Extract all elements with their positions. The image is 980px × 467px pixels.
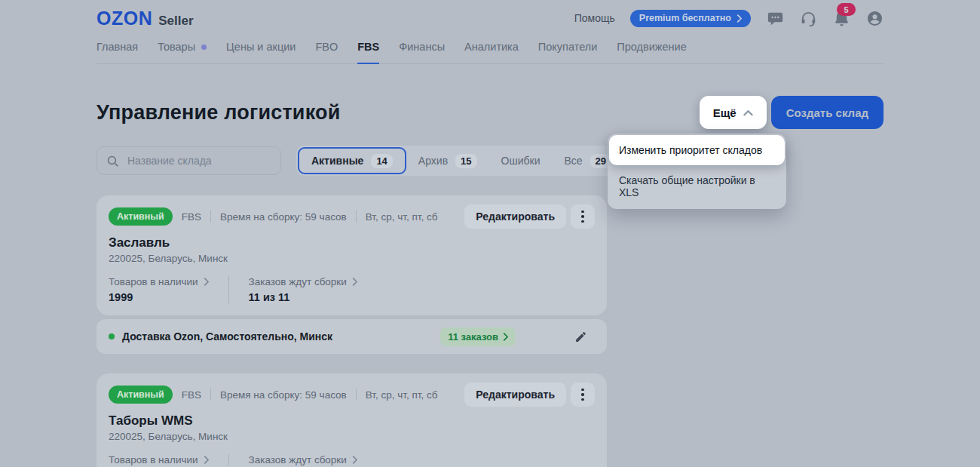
ozon-seller-logo[interactable]: OZON Seller <box>96 8 194 29</box>
profile-icon[interactable] <box>865 9 884 27</box>
status-badge: Активный <box>109 386 173 404</box>
chevron-right-icon <box>352 278 357 286</box>
premium-label: Premium бесплатно <box>639 13 731 23</box>
bell-icon[interactable]: 5 <box>832 9 850 27</box>
chevron-right-icon <box>204 456 209 464</box>
delivery-method-label: Доставка Ozon, Самостоятельно, Минск <box>122 330 440 343</box>
edit-button[interactable]: Редактировать <box>464 204 566 229</box>
warehouse-card-zaslavl: Активный FBS Время на сборку: 59 часов В… <box>96 195 607 315</box>
filter-tab-errors[interactable]: Ошибки <box>489 147 553 174</box>
premium-button[interactable]: Premium бесплатно <box>630 10 751 27</box>
warehouse-name: Таборы WMS <box>109 413 595 429</box>
ozon-seller-page: OZON Seller Помощь Premium бесплатно 5 <box>0 0 980 467</box>
active-status-dot <box>109 333 115 339</box>
stat-value: 1999 <box>109 291 209 303</box>
search-input[interactable] <box>126 154 271 167</box>
nav-item-fbs-active[interactable]: FBS <box>357 41 379 64</box>
scheme-label: FBS <box>182 211 201 223</box>
menu-item-download-xls[interactable]: Скачать общие настройки в XLS <box>609 165 785 207</box>
divider <box>210 210 211 223</box>
ozon-logo-text: OZON <box>96 8 152 29</box>
chevron-right-icon <box>352 456 357 464</box>
search-icon <box>106 155 119 167</box>
more-dropdown-menu: Изменить приоритет складов Скачать общие… <box>608 134 786 209</box>
stat-value: 11 из 11 <box>249 291 357 303</box>
main-nav: Главная Товары Цены и акции FBO FBS Фина… <box>96 41 884 64</box>
warehouse-address: 220025, Беларусь, Минск <box>109 253 595 264</box>
support-headset-icon[interactable] <box>799 9 817 27</box>
seller-logo-text: Seller <box>158 14 193 29</box>
nav-item-pokupateli[interactable]: Покупатели <box>538 41 597 64</box>
nav-item-analitika[interactable]: Аналитика <box>464 41 519 64</box>
chevron-right-icon <box>204 278 209 286</box>
tovary-notification-dot <box>201 45 207 50</box>
nav-item-tovary[interactable]: Товары <box>158 41 207 64</box>
status-filter-tabs: Активные 14 Архив 15 Ошибки Все 29 <box>296 146 625 176</box>
scheme-label: FBS <box>182 389 201 401</box>
archive-count-badge: 15 <box>455 154 476 168</box>
divider <box>210 389 211 401</box>
page-title: Управление логистикой <box>96 101 340 124</box>
stat-orders-awaiting[interactable]: Заказов ждут сборки <box>228 454 377 465</box>
warehouse-search[interactable] <box>96 146 281 175</box>
filter-tab-active[interactable]: Активные 14 <box>298 147 406 174</box>
status-badge: Активный <box>109 207 173 226</box>
warehouse-address: 220025, Беларусь, Минск <box>109 431 595 442</box>
warehouse-name: Заславль <box>109 235 595 250</box>
create-warehouse-button[interactable]: Создать склад <box>771 96 884 129</box>
kebab-menu-button[interactable] <box>571 204 595 229</box>
chevron-right-icon <box>737 14 742 23</box>
more-button[interactable]: Ещё <box>700 96 767 129</box>
orders-count-badge[interactable]: 11 заказов <box>440 327 516 346</box>
pencil-icon <box>574 330 587 343</box>
top-header: OZON Seller Помощь Premium бесплатно 5 <box>96 0 884 29</box>
nav-item-tseny-i-aktsii[interactable]: Цены и акции <box>226 41 296 64</box>
filter-tab-archive[interactable]: Архив 15 <box>406 147 489 174</box>
kebab-menu-button[interactable] <box>571 383 595 407</box>
assembly-time-label: Время на сборку: 59 часов <box>220 389 347 401</box>
nav-item-finansy[interactable]: Финансы <box>399 41 445 64</box>
working-days-label: Вт, ср, чт, пт, сб <box>366 211 438 223</box>
chevron-right-icon <box>503 333 508 341</box>
stat-products-in-stock[interactable]: Товаров в наличии 1999 <box>109 276 228 303</box>
chat-icon[interactable] <box>766 9 784 27</box>
chevron-up-icon <box>743 109 753 116</box>
assembly-time-label: Время на сборку: 59 часов <box>220 211 347 223</box>
edit-delivery-button[interactable] <box>573 329 589 345</box>
menu-item-change-priority[interactable]: Изменить приоритет складов <box>609 135 785 165</box>
nav-item-prodvizhenie[interactable]: Продвижение <box>617 41 686 64</box>
active-count-badge: 14 <box>371 154 392 168</box>
nav-item-fbo[interactable]: FBO <box>315 41 338 64</box>
divider <box>356 389 357 401</box>
divider <box>356 210 357 223</box>
edit-button[interactable]: Редактировать <box>464 383 566 407</box>
notification-badge: 5 <box>837 3 856 16</box>
stat-products-in-stock[interactable]: Товаров в наличии <box>109 454 228 465</box>
working-days-label: Вт, ср, чт, пт, сб <box>366 389 438 401</box>
stat-orders-awaiting[interactable]: Заказов ждут сборки 11 из 11 <box>228 276 377 303</box>
warehouse-card-tabory-wms: Активный FBS Время на сборку: 59 часов В… <box>96 373 607 467</box>
delivery-method-row: Доставка Ozon, Самостоятельно, Минск 11 … <box>96 319 607 354</box>
page-header: Управление логистикой Ещё Создать склад … <box>96 96 884 129</box>
help-link[interactable]: Помощь <box>574 12 615 24</box>
nav-item-glavnaya[interactable]: Главная <box>96 41 138 64</box>
